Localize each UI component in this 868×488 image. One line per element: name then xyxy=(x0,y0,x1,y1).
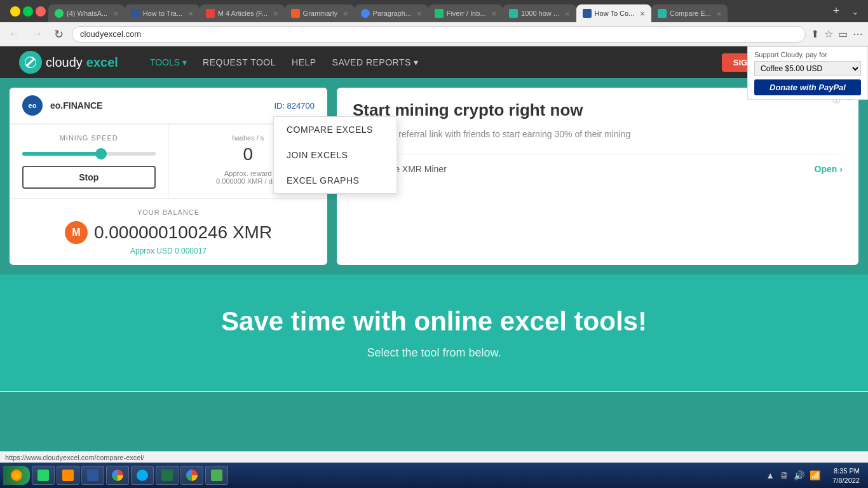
taskbar-chrome1[interactable] xyxy=(106,466,129,485)
tab-grammarly[interactable]: Grammarly × xyxy=(285,4,355,22)
excel-icon xyxy=(161,470,173,481)
tab-favicon xyxy=(291,9,300,18)
ad-footer: EO Finance XMR Miner Open › xyxy=(353,164,843,174)
reload-button[interactable]: ↻ xyxy=(51,26,67,43)
section-divider xyxy=(51,391,817,392)
browser-chrome: (4) WhatsA... × How to Tra... × M 4 Arti… xyxy=(0,0,868,22)
forward-button[interactable]: → xyxy=(28,26,46,42)
ad-card: ⓘ × Start mining crypto right now Share … xyxy=(337,88,858,265)
browser-tabs: (4) WhatsA... × How to Tra... × M 4 Arti… xyxy=(48,0,825,22)
taskbar-excel[interactable] xyxy=(156,466,179,485)
tab-close-icon[interactable]: × xyxy=(640,9,645,18)
volume-icon[interactable]: 🔊 xyxy=(794,470,804,480)
dropdown-item-graphs[interactable]: EXCEL GRAPHS xyxy=(274,168,397,193)
balance-section: YOUR BALANCE M 0.000000100246 XMR Approx… xyxy=(10,198,327,265)
tab-whatsapp[interactable]: (4) WhatsA... × xyxy=(48,4,125,22)
tab-label: Grammarly xyxy=(303,10,337,17)
tab-scroll-chevron[interactable]: ⌄ xyxy=(848,5,863,18)
tab-1000how[interactable]: 1000 how ... × xyxy=(503,4,576,22)
tab-close-icon[interactable]: × xyxy=(343,9,348,18)
tab-label: M 4 Articles (F... xyxy=(218,10,268,17)
xmr-logo: M xyxy=(65,221,88,244)
taskbar-whatsapp[interactable] xyxy=(32,466,55,485)
speed-section: MINING SPEED Stop xyxy=(10,125,169,198)
tab-close-icon[interactable]: × xyxy=(113,9,118,18)
address-bar[interactable]: cloudyexcel.com xyxy=(72,26,806,43)
taskbar-clock[interactable]: 8:35 PM 7/8/2022 xyxy=(827,466,865,484)
help-link[interactable]: HELP xyxy=(292,57,316,67)
sidebar-icon[interactable]: ▭ xyxy=(838,28,848,40)
new-tab-button[interactable]: + xyxy=(827,3,845,20)
tab-fiverr[interactable]: Fiverr / Inb... × xyxy=(428,4,503,22)
restore-button[interactable] xyxy=(23,6,33,17)
speed-slider-container xyxy=(22,147,156,158)
dropdown-item-join[interactable]: JOIN EXCELS xyxy=(274,142,397,168)
hero-subtitle: Select the tool from below. xyxy=(19,346,849,360)
taskbar-date: 7/8/2022 xyxy=(832,477,860,484)
stop-button[interactable]: Stop xyxy=(22,166,156,189)
start-button[interactable] xyxy=(3,466,30,485)
balance-label: YOUR BALANCE xyxy=(137,208,200,216)
status-bar-url: https://www.cloudyexcel.com/compare-exce… xyxy=(5,454,144,461)
taskbar-chrome2[interactable] xyxy=(180,466,203,485)
tab-favicon xyxy=(131,9,140,18)
tab-favicon xyxy=(206,9,215,18)
tab-close-icon[interactable]: × xyxy=(417,9,422,18)
signal-icon[interactable]: 📶 xyxy=(810,470,820,480)
back-button[interactable]: ← xyxy=(5,26,23,42)
tab-label: (4) WhatsA... xyxy=(67,10,107,17)
tab-label: How To Co... xyxy=(595,10,635,17)
tab-favicon xyxy=(435,9,444,18)
logo-text-cloudy: cloudy xyxy=(46,55,83,70)
skype-icon xyxy=(137,470,148,481)
tab-howto-tra[interactable]: How to Tra... × xyxy=(125,4,200,22)
ad-open-link[interactable]: Open › xyxy=(815,164,843,174)
tab-close-icon[interactable]: × xyxy=(188,9,193,18)
tab-paragraph[interactable]: Paragraph... × xyxy=(355,4,428,22)
dropdown-item-compare[interactable]: COMPARE EXCELS xyxy=(274,117,397,142)
tab-close-icon[interactable]: × xyxy=(273,9,278,18)
more-icon[interactable]: ⋯ xyxy=(853,28,863,40)
folder-icon xyxy=(211,470,222,481)
up-arrow-icon[interactable]: ▲ xyxy=(766,470,775,480)
taskbar: ▲ 🖥 🔊 📶 8:35 PM 7/8/2022 xyxy=(0,463,868,488)
paypal-donate-button[interactable]: Donate with PayPal xyxy=(754,79,861,95)
nav-links: TOOLS ▾ REQUEST TOOL HELP SAVED REPORTS … xyxy=(150,57,419,67)
window-controls[interactable] xyxy=(10,6,46,17)
tab-compare-e[interactable]: Compare E... × xyxy=(651,4,728,22)
saved-reports-link[interactable]: SAVED REPORTS ▾ xyxy=(332,57,419,67)
request-tool-link[interactable]: REQUEST TOOL xyxy=(203,57,276,67)
tab-howto-co[interactable]: How To Co... × xyxy=(576,4,651,22)
tab-label: Fiverr / Inb... xyxy=(447,10,486,17)
tab-favicon xyxy=(509,9,518,18)
tab-close-icon[interactable]: × xyxy=(717,9,722,18)
share-icon[interactable]: ⬆ xyxy=(811,28,819,40)
minimize-button[interactable] xyxy=(10,6,20,17)
tools-dropdown-trigger[interactable]: TOOLS ▾ xyxy=(150,57,187,67)
tab-favicon xyxy=(361,9,370,18)
tools-label: TOOLS xyxy=(150,57,180,67)
ad-section: eo eo.FINANCE ID: 824700 MINING SPEED St… xyxy=(0,78,868,274)
close-button[interactable] xyxy=(36,6,46,17)
taskbar-mediaplayer[interactable] xyxy=(57,466,79,485)
eo-logo: eo xyxy=(22,95,43,116)
tab-label: Paragraph... xyxy=(373,10,412,17)
coffee-select[interactable]: Coffee $5.00 USD xyxy=(754,61,861,76)
network-icon[interactable]: 🖥 xyxy=(780,470,789,480)
eo-finance-name: eo.FINANCE xyxy=(50,100,102,111)
taskbar-skype[interactable] xyxy=(131,466,154,485)
nav-icons: ⬆ ☆ ▭ ⋯ xyxy=(811,28,863,40)
tab-close-icon[interactable]: × xyxy=(565,9,570,18)
taskbar-folder[interactable] xyxy=(205,466,228,485)
speed-slider[interactable] xyxy=(22,152,156,156)
taskbar-word[interactable] xyxy=(81,466,104,485)
tab-favicon xyxy=(658,9,667,18)
tab-4articles[interactable]: M 4 Articles (F... × xyxy=(200,4,285,22)
ad-open-label: Open xyxy=(815,164,837,174)
logo[interactable]: cloudyexcel xyxy=(19,51,118,74)
tab-label: Compare E... xyxy=(670,10,711,17)
dropdown-arrow-icon: ▾ xyxy=(182,57,187,67)
bookmark-icon[interactable]: ☆ xyxy=(824,28,833,40)
ad-divider xyxy=(353,154,843,154)
tab-close-icon[interactable]: × xyxy=(491,9,496,18)
